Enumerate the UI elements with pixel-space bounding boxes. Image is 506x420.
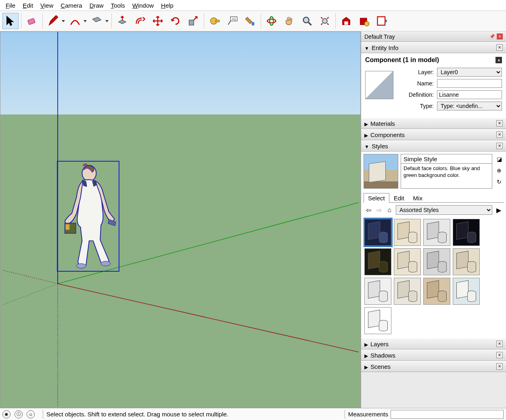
name-input[interactable] [437, 79, 502, 88]
style-thumbnail[interactable] [453, 248, 480, 275]
tab-edit[interactable]: Edit [389, 193, 409, 203]
panel-close-icon[interactable]: × [496, 363, 503, 370]
person-icon[interactable]: ☺ [27, 410, 35, 418]
select-tool[interactable] [2, 13, 19, 29]
nav-home-icon[interactable]: ⌂ [385, 206, 393, 214]
tray-close-icon[interactable]: × [497, 33, 503, 40]
zoom-tool[interactable] [299, 13, 315, 29]
tab-select[interactable]: Select [364, 193, 389, 203]
current-style-thumb[interactable] [364, 154, 398, 189]
svg-point-24 [77, 264, 86, 268]
scale-tool[interactable] [185, 13, 201, 29]
style-thumbnail[interactable] [394, 278, 421, 305]
eraser-tool[interactable] [24, 13, 40, 29]
nav-forward-icon[interactable]: ⇨ [375, 206, 383, 214]
measurements-input[interactable] [391, 410, 504, 419]
extension-tool[interactable] [356, 13, 372, 29]
zoom-extents-tool[interactable] [317, 13, 333, 29]
panel-close-icon[interactable]: × [496, 143, 503, 149]
panel-close-icon[interactable]: × [496, 341, 503, 347]
panel-entity-info-header[interactable]: ▼Entity Info × [361, 42, 506, 53]
geo-icon[interactable]: ◉ [2, 410, 10, 418]
entity-info-panel: Component (1 in model) ▾ Layer: Layer0 N… [361, 53, 506, 118]
rectangle-tool[interactable] [89, 13, 105, 29]
style-collection-select[interactable]: Assorted Styles [396, 205, 492, 215]
rectangle-tool-dropdown[interactable] [105, 20, 109, 22]
style-thumbnail[interactable] [423, 278, 450, 305]
style-desc-field[interactable]: Default face colors. Blue sky and green … [401, 164, 492, 189]
panel-close-icon[interactable]: × [496, 131, 503, 138]
style-thumbnail[interactable] [364, 278, 391, 305]
panel-close-icon[interactable]: × [496, 44, 503, 51]
pencil-tool[interactable] [45, 13, 61, 29]
offset-tool[interactable] [132, 13, 148, 29]
arc-tool-dropdown[interactable] [83, 20, 87, 22]
style-thumbnail[interactable] [453, 278, 480, 305]
credits-icon[interactable]: ⓘ [15, 410, 23, 418]
move-tool[interactable] [150, 13, 166, 29]
panel-scenes-header[interactable]: ▶Scenes × [361, 361, 506, 372]
nav-details-icon[interactable]: ▶ [495, 206, 503, 214]
svg-line-17 [2, 284, 58, 305]
orbit-tool[interactable] [263, 13, 280, 29]
svg-rect-0 [27, 18, 35, 25]
panel-close-icon[interactable]: × [496, 352, 503, 358]
style-thumbnail[interactable] [364, 307, 391, 334]
pencil-tool-dropdown[interactable] [61, 20, 65, 22]
3d-viewport[interactable] [0, 31, 361, 408]
expand-icon[interactable]: ▾ [496, 57, 502, 63]
style-name-field[interactable]: Simple Style [401, 154, 492, 164]
panel-styles-header[interactable]: ▼Styles × [361, 140, 506, 152]
paint-tool[interactable] [242, 13, 258, 29]
pushpull-tool[interactable] [114, 13, 130, 29]
style-thumbnail[interactable] [423, 248, 450, 275]
material-preview[interactable] [365, 71, 393, 99]
panel-layers-header[interactable]: ▶Layers × [361, 338, 506, 349]
panel-shadows-header[interactable]: ▶Shadows × [361, 349, 506, 361]
style-create-icon[interactable]: ⊕ [496, 167, 503, 174]
warehouse-tool[interactable] [338, 13, 354, 29]
default-tray: Default Tray 📌 × ▼Entity Info × Componen… [361, 31, 506, 408]
arc-tool[interactable] [67, 13, 83, 29]
layer-select[interactable]: Layer0 [437, 68, 502, 77]
menu-file[interactable]: File [2, 1, 19, 10]
style-thumbnail[interactable] [364, 219, 391, 246]
style-update-icon[interactable]: ↻ [496, 178, 503, 185]
menu-view[interactable]: View [37, 1, 56, 10]
tape-tool[interactable] [207, 13, 223, 29]
svg-rect-23 [65, 224, 69, 230]
rotate-tool[interactable] [167, 13, 184, 29]
nav-back-icon[interactable]: ⇦ [364, 206, 372, 214]
panel-close-icon[interactable]: × [496, 120, 503, 127]
main-toolbar: A1 [0, 10, 506, 31]
menu-help[interactable]: Help [158, 1, 177, 10]
style-thumbnail[interactable] [394, 248, 421, 275]
menu-tools[interactable]: Tools [108, 1, 128, 10]
style-display-icon[interactable]: ◪ [496, 156, 503, 163]
style-thumbnail[interactable] [364, 248, 391, 275]
panel-components-header[interactable]: ▶Components × [361, 129, 506, 140]
tray-title-bar[interactable]: Default Tray 📌 × [361, 31, 506, 42]
type-label: Type: [401, 103, 434, 109]
menu-camera[interactable]: Camera [57, 1, 85, 10]
type-select[interactable]: Type: <undefin... [437, 102, 502, 110]
layout-tool[interactable] [374, 13, 390, 29]
svg-point-6 [252, 22, 255, 25]
menu-edit[interactable]: Edit [19, 1, 36, 10]
svg-point-7 [268, 19, 276, 23]
style-thumbnail[interactable] [394, 219, 421, 246]
tab-mix[interactable]: Mix [409, 193, 427, 203]
menu-draw[interactable]: Draw [86, 1, 107, 10]
panel-materials-header[interactable]: ▶Materials × [361, 118, 506, 129]
selected-component[interactable] [57, 161, 119, 272]
styles-panel: Simple Style Default face colors. Blue s… [361, 152, 506, 338]
pan-tool[interactable] [281, 13, 297, 29]
definition-input[interactable] [437, 90, 502, 99]
text-tool[interactable]: A1 [224, 13, 240, 29]
style-tabs: Select Edit Mix [364, 193, 504, 203]
style-thumbnail[interactable] [453, 219, 480, 246]
style-thumbnail[interactable] [423, 219, 450, 246]
menu-window[interactable]: Window [129, 1, 157, 10]
svg-line-19 [2, 270, 58, 284]
pin-icon[interactable]: 📌 [489, 34, 495, 39]
